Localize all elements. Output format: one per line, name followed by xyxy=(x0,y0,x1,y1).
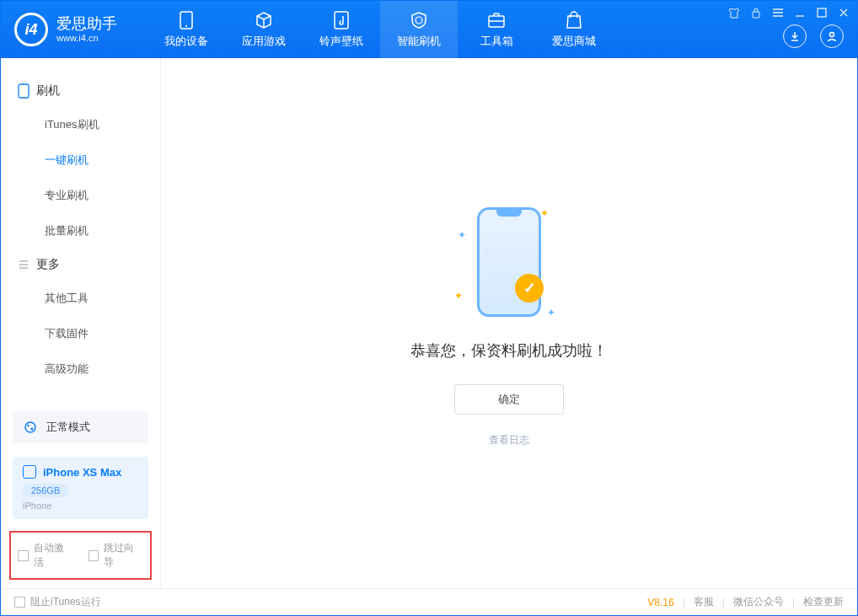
section-label: 更多 xyxy=(36,257,60,272)
checkbox-box-icon xyxy=(14,597,25,608)
brand-logo: i4 爱思助手 www.i4.cn xyxy=(1,13,131,46)
check-badge-icon: ✓ xyxy=(515,274,544,303)
checkbox-label: 自动激活 xyxy=(34,541,73,570)
tab-smart-flash[interactable]: 智能刷机 xyxy=(380,1,458,58)
highlighted-checkbox-row: 自动激活 跳过向导 xyxy=(9,531,152,580)
sidebar-item-onekey-flash[interactable]: 一键刷机 xyxy=(1,142,160,178)
phone-notch xyxy=(496,210,522,217)
list-icon xyxy=(18,259,29,271)
tab-label: 爱思商城 xyxy=(552,34,596,49)
tab-label: 铃声壁纸 xyxy=(319,34,363,49)
tshirt-icon[interactable] xyxy=(727,6,741,19)
svg-rect-5 xyxy=(818,8,826,17)
window-controls xyxy=(727,6,850,19)
tab-label: 我的设备 xyxy=(164,34,208,49)
sidebar-item-itunes-flash[interactable]: iTunes刷机 xyxy=(1,107,160,142)
nav-tabs: 我的设备 应用游戏 铃声壁纸 智能刷机 工具箱 爱思商城 xyxy=(147,1,613,58)
sidebar-section-flash: 刷机 xyxy=(1,75,160,107)
device-capacity: 256GB xyxy=(23,484,68,497)
svg-rect-4 xyxy=(753,12,759,18)
tab-store[interactable]: 爱思商城 xyxy=(535,1,613,58)
tab-apps[interactable]: 应用游戏 xyxy=(225,1,303,58)
mode-status-box[interactable]: 正常模式 xyxy=(13,411,148,443)
titlebar: i4 爱思助手 www.i4.cn 我的设备 应用游戏 铃声壁纸 智能刷机 xyxy=(1,1,857,58)
shopping-bag-icon xyxy=(564,10,584,30)
view-log-link[interactable]: 查看日志 xyxy=(489,433,529,447)
device-type: iPhone xyxy=(23,501,138,511)
sidebar-item-advanced[interactable]: 高级功能 xyxy=(1,351,160,387)
svg-point-1 xyxy=(185,25,187,27)
sidebar-item-batch-flash[interactable]: 批量刷机 xyxy=(1,213,160,249)
sidebar-item-download-firmware[interactable]: 下载固件 xyxy=(1,316,160,351)
sparkle-icon: ✦ xyxy=(454,290,463,302)
brand-name: 爱思助手 xyxy=(56,15,117,34)
sparkle-icon: ✦ xyxy=(458,229,466,241)
separator: | xyxy=(683,597,685,608)
wechat-link[interactable]: 微信公众号 xyxy=(733,595,784,609)
svg-point-6 xyxy=(830,33,834,37)
main-content: ✦ ✦ ✦ ✦ ✓ 恭喜您，保资料刷机成功啦！ 确定 查看日志 xyxy=(161,58,857,588)
device-name-row: iPhone XS Max xyxy=(23,465,138,479)
sidebar: 刷机 iTunes刷机 一键刷机 专业刷机 批量刷机 更多 其他工具 下载固件 … xyxy=(1,58,161,588)
tab-label: 智能刷机 xyxy=(397,34,441,49)
checkbox-label: 跳过向导 xyxy=(104,541,143,570)
download-icon[interactable] xyxy=(783,24,807,48)
section-label: 刷机 xyxy=(36,83,60,99)
phone-small-icon xyxy=(18,83,29,99)
checkbox-auto-activate[interactable]: 自动激活 xyxy=(18,541,73,570)
music-file-icon xyxy=(331,10,351,30)
svg-point-10 xyxy=(30,427,33,430)
customer-service-link[interactable]: 客服 xyxy=(694,595,714,609)
body: 刷机 iTunes刷机 一键刷机 专业刷机 批量刷机 更多 其他工具 下载固件 … xyxy=(1,58,857,588)
success-illustration: ✦ ✦ ✦ ✦ ✓ xyxy=(454,199,564,325)
tab-label: 应用游戏 xyxy=(242,34,286,49)
checkbox-box-icon xyxy=(88,550,99,561)
minimize-icon[interactable] xyxy=(793,6,807,19)
svg-point-8 xyxy=(25,422,35,432)
phone-graphic: ✓ xyxy=(477,207,541,317)
cube-icon xyxy=(254,10,274,30)
app-window: i4 爱思助手 www.i4.cn 我的设备 应用游戏 铃声壁纸 智能刷机 xyxy=(0,0,858,616)
tab-ringtone[interactable]: 铃声壁纸 xyxy=(303,1,380,58)
separator: | xyxy=(722,597,725,608)
checkbox-label: 阻止iTunes运行 xyxy=(30,595,101,609)
menu-icon[interactable] xyxy=(771,6,785,19)
checkbox-skip-wizard[interactable]: 跳过向导 xyxy=(88,541,144,570)
separator: | xyxy=(792,597,795,608)
success-message: 恭喜您，保资料刷机成功啦！ xyxy=(410,340,608,361)
close-icon[interactable] xyxy=(837,6,850,19)
svg-point-9 xyxy=(27,425,29,426)
svg-rect-7 xyxy=(19,84,29,98)
tab-toolbox[interactable]: 工具箱 xyxy=(458,1,535,58)
mode-label: 正常模式 xyxy=(46,420,90,435)
check-update-link[interactable]: 检查更新 xyxy=(803,595,844,609)
sidebar-item-other-tools[interactable]: 其他工具 xyxy=(1,281,160,316)
user-icon[interactable] xyxy=(820,24,844,48)
brand-glyph: i4 xyxy=(14,13,48,46)
device-icon xyxy=(23,465,36,479)
refresh-shield-icon xyxy=(409,10,429,30)
briefcase-icon xyxy=(486,10,507,30)
device-info-box[interactable]: iPhone XS Max 256GB iPhone xyxy=(13,457,148,519)
sparkle-icon: ✦ xyxy=(540,207,549,219)
mode-icon xyxy=(23,420,38,435)
sparkle-icon: ✦ xyxy=(547,307,555,319)
title-action-buttons xyxy=(783,24,844,48)
checkbox-box-icon xyxy=(18,550,29,561)
brand-url: www.i4.cn xyxy=(56,33,117,44)
sidebar-item-pro-flash[interactable]: 专业刷机 xyxy=(1,178,160,213)
device-name: iPhone XS Max xyxy=(43,466,121,479)
checkbox-block-itunes[interactable]: 阻止iTunes运行 xyxy=(14,595,101,609)
sidebar-section-more: 更多 xyxy=(1,249,160,281)
tab-label: 工具箱 xyxy=(480,34,513,49)
version-label: V8.16 xyxy=(647,597,673,608)
footer-right: V8.16 | 客服 | 微信公众号 | 检查更新 xyxy=(647,595,844,609)
lock-icon[interactable] xyxy=(749,6,763,19)
tab-my-device[interactable]: 我的设备 xyxy=(147,1,225,58)
maximize-icon[interactable] xyxy=(815,6,829,19)
svg-rect-2 xyxy=(335,12,348,29)
phone-icon xyxy=(176,10,196,30)
statusbar: 阻止iTunes运行 V8.16 | 客服 | 微信公众号 | 检查更新 xyxy=(1,588,857,615)
confirm-button[interactable]: 确定 xyxy=(454,384,564,415)
